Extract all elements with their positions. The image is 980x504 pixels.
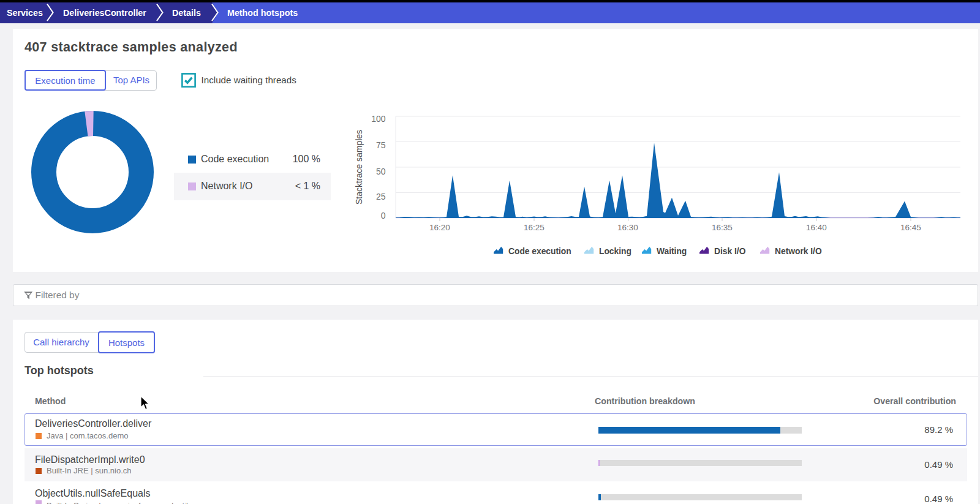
svg-text:Code execution: Code execution — [508, 247, 571, 256]
svg-text:75: 75 — [376, 140, 386, 150]
svg-text:50: 50 — [376, 167, 386, 176]
svg-text:16:25: 16:25 — [524, 223, 545, 232]
svg-text:Disk I/O: Disk I/O — [714, 247, 746, 256]
svg-text:25: 25 — [376, 192, 386, 201]
svg-text:Stacktrace samples: Stacktrace samples — [354, 130, 364, 205]
svg-text:16:40: 16:40 — [806, 223, 827, 232]
svg-text:Network I/O: Network I/O — [775, 247, 822, 256]
svg-text:16:30: 16:30 — [617, 223, 638, 232]
svg-text:Locking: Locking — [599, 247, 631, 256]
svg-text:16:20: 16:20 — [429, 223, 450, 232]
svg-text:Waiting: Waiting — [657, 247, 687, 256]
svg-text:16:35: 16:35 — [712, 223, 733, 232]
svg-text:100: 100 — [371, 114, 386, 124]
svg-text:16:45: 16:45 — [900, 223, 921, 232]
svg-text:0: 0 — [381, 211, 386, 220]
